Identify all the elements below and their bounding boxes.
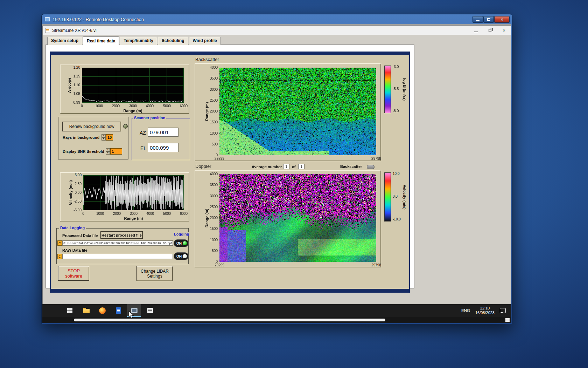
restart-processed-file-button[interactable]: Restart processed file [100, 231, 143, 239]
doppler-section-title: Doppler [195, 164, 211, 169]
backscatter-section-title: Backscatter [195, 57, 219, 62]
spin-up-icon[interactable]: ▲ [102, 134, 106, 137]
stop-button-line1: STOP [68, 268, 80, 273]
tab-page-real-time-data: 1.201.151.101.050.9901000200030004000500… [46, 45, 414, 288]
scrollbar-corner [505, 318, 510, 322]
language-label: ENG [461, 308, 470, 313]
start-icon [67, 308, 72, 313]
average-number-label: Average number [252, 165, 282, 169]
tab-temp-humidity[interactable]: Temp/humidity [120, 37, 157, 45]
start-button[interactable] [63, 304, 77, 317]
rays-value[interactable]: 10 [106, 134, 113, 141]
stop-button-line2: software [65, 273, 82, 279]
firefox-button[interactable] [95, 304, 109, 317]
front-panel-frame: 1.201.151.101.050.9901000200030004000500… [50, 52, 410, 293]
renew-background-button[interactable]: Renew background now [62, 122, 121, 131]
raw-path-input[interactable] [62, 254, 173, 259]
spin-down-icon[interactable]: ▼ [102, 137, 106, 141]
firefox-icon [99, 307, 106, 314]
x-axis-label: Range (m) [83, 216, 184, 220]
notification-icon [500, 308, 506, 313]
app-titlebar[interactable]: StreamLine XR v14-6.vi × [43, 26, 511, 35]
spin-up-icon[interactable]: ▲ [106, 148, 110, 151]
app-window: StreamLine XR v14-6.vi × System setup Re… [42, 26, 511, 305]
backscatter-toggle-switch[interactable] [367, 165, 374, 169]
document-app-button[interactable] [111, 304, 125, 317]
background-led [123, 124, 128, 129]
tab-system-setup[interactable]: System setup [47, 37, 82, 45]
rays-spinner[interactable]: ▲ ▼ [102, 134, 106, 141]
backscatter-toggle-label: Backscatter [340, 164, 362, 169]
average-total-field[interactable]: 1 [298, 164, 304, 169]
clock[interactable]: 22:10 16/08/2023 [475, 304, 495, 317]
rdp-title: 192.168.0.122 - Remote Desktop Connectio… [52, 17, 144, 22]
processed-drive-icon[interactable]: C [57, 240, 62, 246]
scrollbar-thumb[interactable] [74, 319, 385, 321]
tab-scheduling[interactable]: Scheduling [158, 37, 188, 45]
rdp-close-button[interactable]: × [494, 16, 510, 23]
processed-file-label: Processed Data file [62, 233, 98, 238]
raw-logging-toggle[interactable]: OFF [174, 252, 189, 260]
processed-path-input[interactable] [62, 240, 173, 246]
az-value-field[interactable]: 079.001 [148, 128, 178, 137]
on-led [182, 241, 187, 246]
tab-bar: System setup Real time data Temp/humidit… [47, 37, 222, 45]
rdp-minimize-button[interactable] [472, 16, 483, 23]
ascope-canvas [82, 68, 184, 103]
rdp-titlebar[interactable]: 192.168.0.122 - Remote Desktop Connectio… [42, 14, 512, 24]
maximize-icon [487, 18, 490, 21]
processed-logging-toggle[interactable]: ON [174, 239, 189, 247]
rdp-window-controls: × [472, 16, 510, 23]
raw-file-label: RAW Data file [62, 248, 88, 252]
front-panel: 1.201.151.101.050.9901000200030004000500… [51, 55, 409, 289]
minimize-icon [476, 20, 479, 21]
doppler-plot-area [219, 174, 376, 262]
desktop-background: 192.168.0.122 - Remote Desktop Connectio… [0, 0, 588, 368]
el-value-field[interactable]: 000.099 [148, 143, 178, 152]
x-axis-label: Range (m) [82, 109, 184, 113]
language-indicator[interactable]: ENG [461, 304, 470, 317]
colorbar-label: log B (/m/sr) [402, 66, 407, 113]
colorbar-gradient [384, 66, 391, 113]
app-client: System setup Real time data Temp/humidit… [43, 35, 511, 305]
data-logging-title: Data Logging [59, 226, 86, 230]
doppler-colorbar: 10.00.0-10.0Velocity (m/s) [384, 171, 409, 224]
x-tick-label: 29299 [207, 157, 232, 161]
tab-wind-profile[interactable]: Wind profile [189, 37, 221, 45]
y-axis-label: Range (m) [204, 174, 210, 262]
average-of-label: of [292, 165, 295, 169]
remote-taskbar: ENG 22:10 16/08/2023 [42, 304, 511, 317]
app-restore-button[interactable] [483, 26, 497, 35]
scanner-position-group: Scanner position AZ 079.001 EL 000.099 [132, 118, 190, 160]
change-lidar-settings-button[interactable]: Change LiDAR Settings [136, 266, 173, 281]
spin-down-icon[interactable]: ▼ [106, 151, 110, 155]
stop-software-button[interactable]: STOP software [58, 266, 89, 281]
x-tick-label: 6000 [172, 212, 196, 216]
velocity-canvas [83, 175, 184, 210]
app-window-controls: × [469, 26, 511, 35]
doppler-canvas [219, 174, 376, 262]
velocity-plot-area [83, 175, 184, 210]
scan-scheduler-button[interactable] [143, 304, 157, 317]
notification-button[interactable] [500, 304, 506, 317]
backscatter-plot-area [219, 68, 376, 155]
average-number-field[interactable]: 1 [283, 164, 289, 169]
app-minimize-button[interactable] [469, 26, 483, 35]
snr-value[interactable]: 1 [110, 148, 122, 155]
file-explorer-button[interactable] [79, 304, 93, 317]
colorbar-label: Velocity (m/s) [402, 172, 407, 222]
background-controls-group: Renew background now Rays in background … [58, 117, 128, 159]
y-axis-label: Velocity (m/s) [68, 175, 74, 210]
rdp-horizontal-scrollbar [42, 317, 511, 323]
app-close-button[interactable]: × [497, 26, 511, 35]
change-button-line1: Change LiDAR [141, 269, 169, 274]
off-led [182, 254, 187, 259]
snr-spinner[interactable]: ▲ ▼ [106, 148, 110, 155]
raw-drive-icon[interactable]: C [57, 254, 62, 259]
restore-icon [489, 29, 491, 32]
tab-real-time-data[interactable]: Real time data [83, 36, 119, 45]
close-icon: × [500, 17, 503, 22]
rdp-maximize-button[interactable] [483, 16, 494, 23]
rdp-computer-icon [45, 17, 50, 21]
data-logging-group: Data Logging Processed Data file Restart… [56, 228, 189, 264]
